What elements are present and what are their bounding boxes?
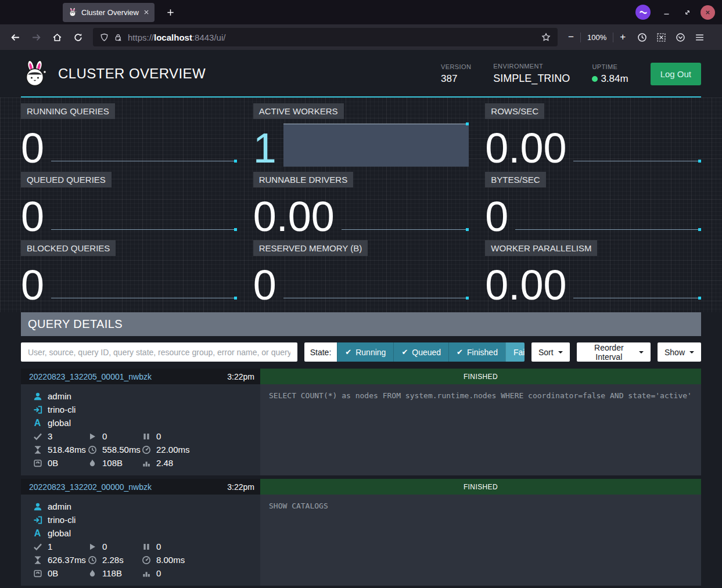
- stat-sparkline: [283, 124, 469, 167]
- cpu-time: 22.00ms: [156, 445, 190, 454]
- stat-card: ROWS/SEC 0.00: [485, 103, 701, 168]
- running-splits: 0: [102, 542, 107, 551]
- query-sql-text[interactable]: SHOW CATALOGS: [260, 495, 701, 586]
- sort-dropdown[interactable]: Sort: [531, 342, 570, 362]
- state-filter-finished[interactable]: Finished: [448, 342, 505, 362]
- zoom-level[interactable]: 100%: [587, 33, 606, 42]
- sparkline-line: [573, 161, 699, 161]
- stat-value: 0: [485, 199, 508, 235]
- stat-card: RUNNING QUERIES 0: [21, 103, 237, 168]
- current-memory-icon: [33, 459, 42, 468]
- stat-card: BYTES/SEC 0: [485, 172, 701, 237]
- version-value: 387: [441, 73, 471, 85]
- query-id-link[interactable]: 20220823_132205_00001_nwbzk: [29, 372, 152, 381]
- elapsed-time-icon: [87, 555, 97, 565]
- stat-label: RUNNING QUERIES: [21, 103, 115, 119]
- cpu-time-icon: [141, 555, 151, 565]
- stat-sparkline: [283, 259, 469, 304]
- resource-group-icon: A: [33, 529, 42, 538]
- sparkline-endpoint-dot: [698, 228, 701, 231]
- completed-splits: 1: [48, 542, 52, 551]
- cpu-time-icon: [141, 445, 151, 454]
- stat-value: 0.00: [253, 199, 335, 235]
- private-browsing-icon: [635, 5, 651, 20]
- tab-close-icon[interactable]: [143, 9, 149, 15]
- lock-warning-icon[interactable]: [114, 33, 123, 42]
- zoom-in-button[interactable]: +: [620, 31, 626, 43]
- browser-tabstrip: Cluster Overview - Trino: [0, 0, 722, 24]
- sparkline-line: [515, 229, 699, 230]
- query-time: 3:22pm: [227, 372, 254, 381]
- environment-info: ENVIRONMENT SIMPLE_TRINO: [493, 63, 570, 85]
- uptime-info: UPTIME 3.84m: [592, 63, 628, 85]
- url-text[interactable]: https://localhost:8443/ui/: [128, 33, 225, 42]
- shield-icon[interactable]: [100, 33, 109, 42]
- url-bar[interactable]: https://localhost:8443/ui/: [93, 28, 558, 46]
- window-minimize-button[interactable]: [659, 5, 674, 20]
- query-header: 20220823_132205_00001_nwbzk 3:22pm: [21, 369, 260, 384]
- wall-time: 626.37ms: [48, 555, 86, 565]
- stat-sparkline: [51, 191, 237, 235]
- stat-value: 1: [253, 130, 276, 167]
- sparkline-line: [283, 298, 467, 298]
- query-row: 20220823_132202_00000_nwbzk 3:22pm FINIS…: [21, 479, 701, 586]
- query-user: admin: [48, 391, 71, 401]
- stat-sparkline: [51, 259, 237, 304]
- new-tab-button[interactable]: [166, 8, 175, 17]
- query-search-input[interactable]: [21, 342, 297, 362]
- history-icon[interactable]: [637, 33, 647, 42]
- elapsed-time: 2.28s: [102, 555, 124, 565]
- page-title: CLUSTER OVERVIEW: [58, 66, 441, 82]
- reload-button[interactable]: [69, 28, 87, 46]
- sparkline-line: [573, 298, 699, 298]
- current-memory: 0B: [48, 458, 58, 468]
- stats-section: RUNNING QUERIES 0 ACTIVE WORKERS 1: [0, 98, 722, 312]
- state-filter-queued[interactable]: Queued: [393, 342, 448, 362]
- logout-button[interactable]: Log Out: [651, 63, 701, 85]
- uptime-status-dot: [592, 76, 598, 82]
- browser-tab[interactable]: Cluster Overview - Trino: [63, 3, 155, 22]
- stat-value: 0.00: [485, 267, 566, 304]
- window-close-button[interactable]: [701, 5, 715, 20]
- home-button[interactable]: [48, 28, 66, 46]
- back-button[interactable]: [6, 28, 24, 46]
- query-time: 3:22pm: [227, 482, 254, 492]
- query-id-link[interactable]: 20220823_132202_00000_nwbzk: [29, 482, 152, 492]
- wall-time-icon: [33, 555, 42, 565]
- stat-value: 0: [253, 267, 276, 304]
- query-sql-text[interactable]: SELECT COUNT(*) as nodes FROM system.run…: [260, 384, 701, 475]
- state-filter-group: State: Running Queued Finished Failed: [304, 342, 525, 362]
- pocket-icon[interactable]: [676, 33, 685, 42]
- cumulative-memory: 2.48: [156, 458, 173, 468]
- stat-value: 0: [21, 199, 44, 235]
- tab-title: Cluster Overview - Trino: [81, 8, 139, 17]
- show-dropdown[interactable]: Show: [658, 342, 701, 362]
- peak-memory-icon: [87, 459, 97, 468]
- trino-logo: [21, 60, 49, 88]
- stat-sparkline: [515, 191, 701, 235]
- state-filter-label: State:: [304, 342, 337, 362]
- running-splits-icon: [87, 432, 97, 441]
- sparkline-endpoint-dot: [234, 228, 237, 231]
- stat-value: 0.00: [485, 130, 566, 167]
- menu-hamburger-icon[interactable]: [695, 33, 705, 42]
- stat-label: RESERVED MEMORY (B): [253, 240, 368, 256]
- caret-down-icon: [639, 351, 644, 353]
- zoom-out-button[interactable]: −: [568, 31, 574, 43]
- wall-time: 518.48ms: [48, 445, 86, 454]
- state-filter-running[interactable]: Running: [337, 342, 393, 362]
- separator: [613, 33, 613, 42]
- elapsed-time: 558.50ms: [102, 445, 141, 454]
- forward-button[interactable]: [27, 28, 45, 46]
- reorder-interval-dropdown[interactable]: Reorder Interval: [577, 342, 651, 362]
- sparkline-endpoint-dot: [234, 297, 237, 300]
- stat-sparkline: [51, 122, 237, 167]
- stat-label: ROWS/SEC: [485, 103, 544, 119]
- screenshot-icon[interactable]: [656, 33, 666, 42]
- bookmark-star-icon[interactable]: [541, 33, 551, 42]
- uptime-value: 3.84m: [601, 73, 628, 85]
- query-row: 20220823_132205_00001_nwbzk 3:22pm FINIS…: [21, 369, 701, 475]
- environment-label: ENVIRONMENT: [493, 63, 570, 70]
- state-filter-failed-dropdown[interactable]: Failed: [505, 342, 525, 362]
- window-restore-button[interactable]: [680, 5, 695, 20]
